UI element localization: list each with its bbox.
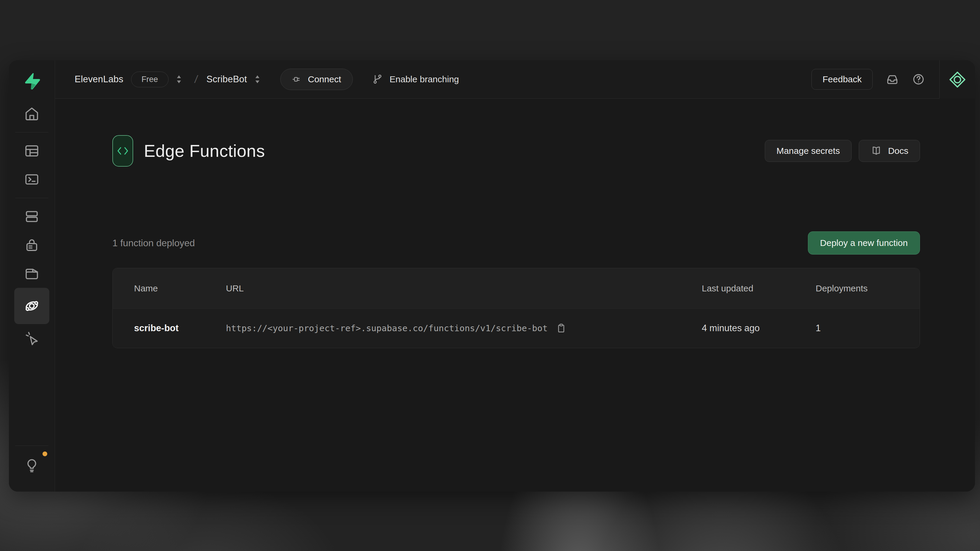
book-icon [870,145,882,157]
edge-functions-page-icon [112,135,133,167]
plan-badge[interactable]: Free [131,71,169,87]
org-switcher-caret[interactable] [174,73,184,85]
docs-button[interactable]: Docs [859,140,920,162]
lightbulb-icon [24,457,40,473]
column-header-name: Name [134,283,158,294]
supabase-logo[interactable] [22,71,41,91]
column-header-last-updated: Last updated [702,283,753,294]
branch-icon [372,74,383,85]
connect-label: Connect [308,74,341,84]
sidebar-divider [15,198,48,198]
deploy-new-function-button[interactable]: Deploy a new function [808,232,920,254]
page-title: Edge Functions [144,141,265,161]
docs-label: Docs [888,146,908,156]
table-header-row: Name URL Last updated Deployments [113,268,920,309]
sidebar-item-authentication[interactable] [14,231,49,259]
top-bar: ElevenLabs Free / ScribeBot C [55,60,975,98]
sidebar-item-database[interactable] [14,202,49,231]
storage-icon [24,265,40,282]
function-last-updated: 4 minutes ago [702,323,760,333]
functions-table: Name URL Last updated Deployments scribe… [112,268,920,348]
copy-url-button[interactable] [555,322,567,334]
plug-icon [292,74,302,84]
ai-assistant-button[interactable] [939,60,975,98]
auth-lock-icon [24,237,40,253]
sidebar-item-storage[interactable] [14,259,49,288]
feedback-button[interactable]: Feedback [811,69,873,90]
table-editor-icon [24,143,40,159]
inbox-button[interactable] [886,73,899,86]
sidebar-item-home[interactable] [14,100,49,128]
sidebar-item-edge-functions[interactable] [14,288,49,324]
function-name[interactable]: scribe-bot [134,323,179,333]
function-deployments: 1 [816,323,821,333]
connect-button[interactable]: Connect [280,68,353,90]
help-icon [912,73,925,86]
breadcrumb-separator: / [194,73,199,86]
table-row[interactable]: scribe-bot https://<your-project-ref>.su… [113,309,920,348]
project-switcher-caret[interactable] [252,73,262,85]
feedback-label: Feedback [822,74,862,84]
database-icon [24,208,40,225]
edge-functions-icon [24,298,40,314]
help-button[interactable] [912,73,925,86]
app-window: ElevenLabs Free / ScribeBot C [9,60,975,492]
home-icon [24,106,40,122]
column-header-url: URL [226,283,244,294]
realtime-cursor-icon [24,330,40,346]
ai-assistant-diamond-icon [948,70,967,89]
sidebar-item-sql-editor[interactable] [14,165,49,194]
sidebar-item-table-editor[interactable] [14,137,49,165]
function-url-cell: https://<your-project-ref>.supabase.co/f… [226,322,567,334]
main-content: Edge Functions Manage secrets Docs [55,98,975,492]
clipboard-icon [555,322,567,334]
breadcrumb-project[interactable]: ScribeBot [207,74,247,85]
advisors-notification-dot [41,450,49,458]
manage-secrets-button[interactable]: Manage secrets [765,140,851,162]
breadcrumb-org[interactable]: ElevenLabs [75,74,123,85]
function-url: https://<your-project-ref>.supabase.co/f… [226,323,548,333]
function-count-text: 1 function deployed [112,238,195,249]
manage-secrets-label: Manage secrets [776,146,840,156]
column-header-deployments: Deployments [816,283,868,294]
inbox-icon [886,73,899,86]
sql-editor-icon [24,171,40,187]
enable-branching-label: Enable branching [390,74,459,84]
sidebar [9,60,55,492]
enable-branching-button[interactable]: Enable branching [372,74,459,85]
sidebar-item-realtime[interactable] [14,324,49,353]
